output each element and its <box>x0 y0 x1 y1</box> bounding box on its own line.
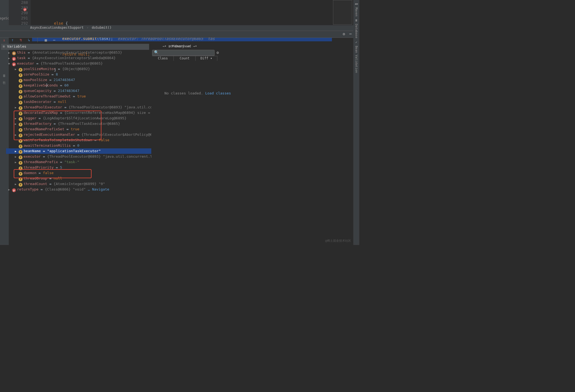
list-icon: ≡ <box>3 44 5 48</box>
maven-icon[interactable]: 𝓂 <box>353 1 359 6</box>
param-icon: p <box>12 62 16 66</box>
highlight-box-2 <box>14 169 92 178</box>
variables-header: ≡ Variables <box>1 44 149 50</box>
debugger-toolbar: ⚙ — <box>0 31 353 38</box>
field-icon: f <box>19 68 22 72</box>
database-icon[interactable]: ≣ <box>353 19 359 22</box>
col-count[interactable]: Count <box>174 56 195 61</box>
line-no: 291 <box>9 16 28 21</box>
crumb[interactable]: AsyncExecutionAspectSupport <box>30 26 84 30</box>
breakpoint-icon[interactable] <box>23 8 27 11</box>
more-icon[interactable]: ⋯ <box>51 38 57 43</box>
gear-icon[interactable]: ⚙ <box>217 50 219 55</box>
bean-validation-icon[interactable]: ✓ <box>353 41 359 44</box>
col-class[interactable]: Class <box>152 56 174 61</box>
minimize-icon[interactable]: — <box>349 31 352 36</box>
bean-validation-tab[interactable]: Bean Validation <box>355 46 358 73</box>
class-search-input[interactable]: 🔍 <box>152 50 215 56</box>
crumb[interactable]: doSubmit() <box>92 26 112 30</box>
force-step-icon[interactable]: ↯ <box>18 38 24 43</box>
svg-point-0 <box>23 8 27 11</box>
step-into-icon[interactable]: ↑ <box>9 38 15 43</box>
separator-icon: │ <box>35 38 41 43</box>
gear-icon[interactable]: ⚙ <box>343 32 345 36</box>
minimap[interactable] <box>333 0 352 25</box>
line-no: 288 <box>9 0 28 5</box>
variables-label: Variables <box>7 44 26 48</box>
variables-tree[interactable]: + ▶≡this = {AnnotationAsyncExecutionInte… <box>6 50 151 245</box>
step-out-icon[interactable]: ↳ <box>26 38 32 43</box>
navigate-link[interactable]: Navigate <box>90 187 109 191</box>
highlight-box-1 <box>14 111 101 140</box>
load-classes-link[interactable]: Load classes <box>205 91 231 95</box>
overhead-toggle[interactable]: ⟳ Overhead →• <box>170 44 197 48</box>
database-tab[interactable]: Database <box>355 24 358 38</box>
param-icon: p <box>12 57 16 61</box>
watermark: @稀土掘金技术社区 <box>325 239 351 243</box>
chevron-right-icon: › <box>87 26 89 30</box>
evaluate-icon[interactable]: ▦ <box>43 38 49 43</box>
maven-tab[interactable]: Maven <box>355 7 358 16</box>
col-diff[interactable]: Diff ▾ <box>196 56 217 61</box>
class-table-header: Class Count Diff ▾ <box>152 56 217 61</box>
selected-row: ▶fbeanName = "applicationTaskExecutor" <box>6 148 151 154</box>
debug-actions: ↓ ↑ ↯ ↳ │ ▦ ⋯ <box>0 38 353 44</box>
no-classes-msg: No classes loaded. Load classes <box>164 91 231 95</box>
step-over-icon[interactable]: ↓ <box>1 38 7 43</box>
breadcrumb[interactable]: AsyncExecutionAspectSupport › doSubmit() <box>9 25 353 31</box>
right-tool-strip: 𝓂 Maven ≣ Database ✓ Bean Validation <box>353 0 359 245</box>
this-icon: ≡ <box>12 51 16 55</box>
